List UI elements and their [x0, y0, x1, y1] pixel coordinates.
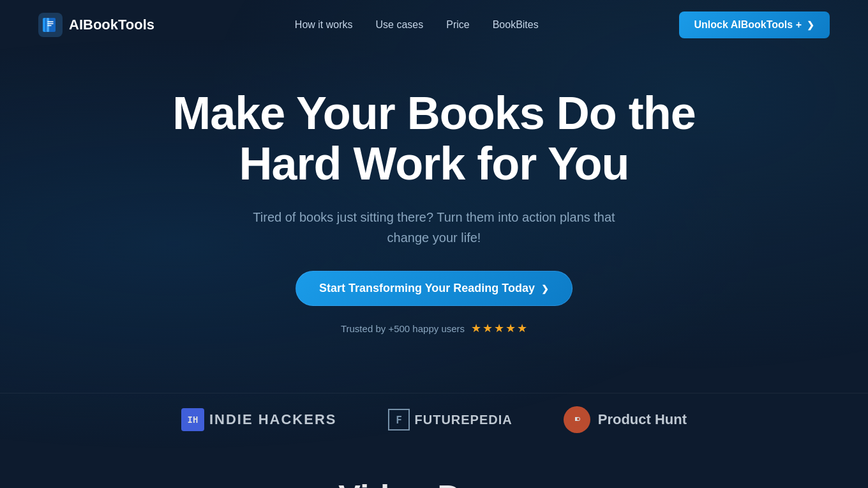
cta-button-label: Start Transforming Your Reading Today: [319, 282, 535, 295]
svg-text:F: F: [396, 414, 402, 426]
star-2: ★: [483, 321, 493, 335]
svg-rect-3: [47, 18, 49, 32]
star-4: ★: [505, 321, 516, 335]
partner-futurepedia: F FUTUREPEDIA: [388, 409, 513, 431]
logo-icon: [38, 13, 63, 37]
video-demo-section: Video Demo: [0, 452, 868, 488]
partners-section: IH INDIE HACKERS F FUTUREPEDIA: [0, 393, 868, 452]
hero-section: Make Your Books Do the Hard Work for You…: [0, 50, 868, 361]
logo-text: AIBookTools: [69, 17, 154, 33]
nav-item-use-cases[interactable]: Use cases: [376, 19, 424, 31]
trust-row: Trusted by +500 happy users ★ ★ ★ ★ ★: [341, 321, 527, 335]
product-hunt-icon: [570, 413, 584, 427]
partner-indie-hackers: IH INDIE HACKERS: [181, 408, 337, 431]
trust-text: Trusted by +500 happy users: [341, 323, 465, 334]
product-hunt-text: Product Hunt: [598, 411, 687, 428]
product-hunt-badge: [564, 406, 590, 433]
star-5: ★: [517, 321, 527, 335]
unlock-button-label: Unlock AIBookTools +: [694, 19, 802, 31]
star-1: ★: [471, 321, 481, 335]
svg-point-7: [577, 418, 580, 420]
futurepedia-icon: F: [388, 409, 410, 431]
unlock-button[interactable]: Unlock AIBookTools + ❯: [679, 11, 830, 38]
futurepedia-logo: F FUTUREPEDIA: [388, 409, 513, 431]
indie-hackers-badge: IH: [181, 408, 204, 431]
nav-item-how-it-works[interactable]: How it works: [295, 19, 353, 31]
product-hunt-logo: Product Hunt: [564, 406, 687, 433]
video-demo-title: Video Demo: [13, 478, 855, 488]
cta-button-chevron: ❯: [541, 284, 549, 294]
stars-container: ★ ★ ★ ★ ★: [471, 321, 527, 335]
main-nav: AIBookTools How it works Use cases Price…: [0, 0, 868, 50]
logo-area: AIBookTools: [38, 13, 154, 37]
unlock-button-chevron: ❯: [807, 20, 814, 30]
hero-title-line2: Hard Work for You: [239, 138, 629, 189]
indie-hackers-logo: IH INDIE HACKERS: [181, 408, 337, 431]
nav-item-bookbites[interactable]: BookBites: [493, 19, 539, 31]
nav-links: How it works Use cases Price BookBites: [295, 19, 539, 31]
partner-product-hunt: Product Hunt: [564, 406, 687, 433]
indie-hackers-text: INDIE HACKERS: [209, 411, 337, 428]
hero-title-line1: Make Your Books Do the: [172, 88, 696, 139]
hero-title: Make Your Books Do the Hard Work for You: [172, 88, 696, 189]
cta-button[interactable]: Start Transforming Your Reading Today ❯: [296, 271, 572, 306]
star-3: ★: [494, 321, 504, 335]
nav-item-price[interactable]: Price: [446, 19, 469, 31]
hero-subtitle: Tired of books just sitting there? Turn …: [236, 207, 632, 248]
futurepedia-text: FUTUREPEDIA: [415, 413, 513, 427]
